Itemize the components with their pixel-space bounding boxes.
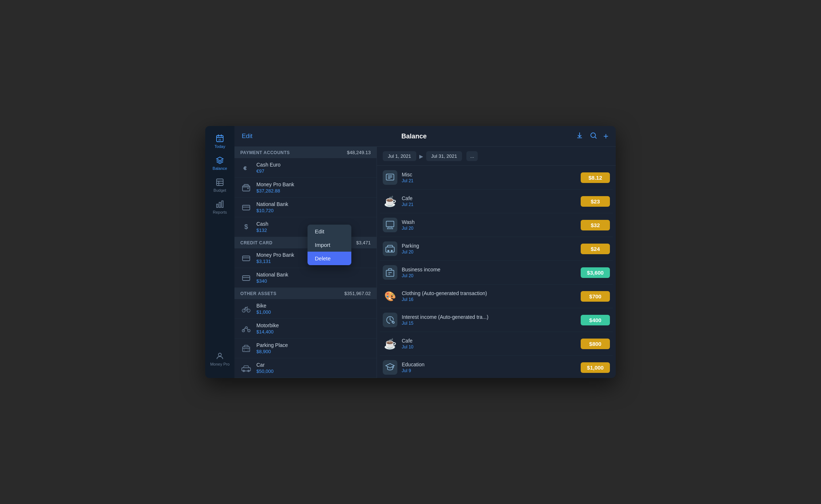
- svg-rect-19: [243, 256, 250, 261]
- car-icon: [240, 362, 252, 374]
- svg-text:€: €: [244, 165, 247, 171]
- page-title: Balance: [252, 133, 576, 140]
- business-amount: $3,600: [581, 267, 610, 278]
- sidebar-item-balance[interactable]: Balance: [205, 152, 234, 174]
- context-delete[interactable]: Delete: [308, 252, 351, 265]
- search-icon[interactable]: [589, 131, 597, 141]
- transaction-parking[interactable]: Parking Jul 20 $24: [380, 237, 613, 261]
- parking-date: Jul 20: [402, 249, 576, 255]
- add-icon[interactable]: +: [603, 131, 608, 141]
- context-edit[interactable]: Edit: [308, 225, 351, 238]
- svg-rect-44: [386, 247, 394, 252]
- svg-rect-11: [222, 201, 223, 207]
- wash-icon: [383, 218, 397, 232]
- bike-icon: [240, 303, 252, 315]
- transaction-interest[interactable]: Interest income (Auto-generated tra...) …: [380, 308, 613, 332]
- mpb-name: Money Pro Bank: [256, 182, 371, 187]
- svg-rect-9: [217, 204, 218, 207]
- account-motorbike[interactable]: Motorbike $14,400: [234, 319, 377, 339]
- parking-place-balance: $8,900: [256, 349, 371, 354]
- context-menu: Edit Import Delete: [308, 225, 351, 265]
- transaction-cafe2[interactable]: ☕ Cafe Jul 10 $800: [380, 332, 613, 356]
- education-amount: $1,000: [581, 362, 610, 373]
- dollar-icon: $: [240, 221, 252, 233]
- sidebar-label-reports: Reports: [213, 210, 227, 214]
- left-panel: PAYMENT ACCOUNTS $48,249.13 € Cash Euro …: [234, 147, 377, 378]
- parking-name: Parking: [402, 243, 576, 249]
- business-date: Jul 20: [402, 273, 576, 278]
- svg-rect-5: [217, 179, 223, 186]
- svg-rect-47: [386, 270, 394, 276]
- header-actions: +: [576, 131, 608, 141]
- transaction-clothing[interactable]: 🎨 Clothing (Auto-generated transaction) …: [380, 285, 613, 308]
- date-end-btn[interactable]: Jul 31, 2021: [426, 151, 462, 161]
- cafe1-date: Jul 21: [402, 202, 576, 207]
- transaction-education[interactable]: Education Jul 9 $1,000: [380, 356, 613, 378]
- credit-amount: $3,471: [356, 240, 371, 245]
- card-icon: [240, 202, 252, 213]
- account-parking-place[interactable]: Parking Place $8,900: [234, 339, 377, 358]
- more-options-btn[interactable]: ...: [466, 151, 478, 161]
- sidebar-label-balance: Balance: [213, 166, 227, 171]
- account-car[interactable]: Car $50,000: [234, 358, 377, 378]
- transaction-misc[interactable]: Misc Jul 21 $8.12: [380, 166, 613, 190]
- cafe-icon-2: ☕: [383, 336, 397, 351]
- sidebar-label-moneypro: Money Pro: [210, 362, 229, 366]
- cafe1-amount: $23: [581, 196, 610, 207]
- clothing-amount: $700: [581, 291, 610, 302]
- svg-point-12: [218, 353, 221, 356]
- app-window: 21 Today Balance Budget: [205, 126, 616, 378]
- account-money-pro-bank[interactable]: Money Pro Bank $37,282.88: [234, 178, 377, 198]
- motorbike-balance: $14,400: [256, 329, 371, 335]
- svg-point-25: [242, 329, 245, 332]
- edit-button[interactable]: Edit: [242, 133, 252, 140]
- parking-lot-icon: [240, 343, 252, 354]
- transaction-wash[interactable]: Wash Jul 20 $32: [380, 213, 613, 237]
- account-nb-credit[interactable]: National Bank $340: [234, 268, 377, 288]
- clothing-date: Jul 16: [402, 297, 576, 302]
- bike-name: Bike: [256, 303, 371, 309]
- header: Edit Balance +: [234, 126, 616, 147]
- mpb-balance: $37,282.88: [256, 188, 371, 194]
- account-bike[interactable]: Bike $1,000: [234, 299, 377, 319]
- assets-label: OTHER ASSETS: [240, 291, 276, 296]
- wallet-icon: [240, 182, 252, 194]
- svg-rect-17: [243, 205, 250, 210]
- misc-name: Misc: [402, 172, 576, 177]
- sidebar-item-reports[interactable]: Reports: [205, 196, 234, 218]
- context-import[interactable]: Import: [308, 238, 351, 252]
- sidebar-item-user[interactable]: Money Pro: [205, 348, 234, 370]
- cash-euro-name: Cash Euro: [256, 162, 371, 168]
- misc-date: Jul 21: [402, 178, 576, 183]
- car-name: Car: [256, 362, 371, 368]
- download-icon[interactable]: [576, 131, 584, 141]
- date-start-btn[interactable]: Jul 1, 2021: [383, 151, 416, 161]
- cafe-icon-1: ☕: [383, 194, 397, 209]
- clothing-name: Clothing (Auto-generated transaction): [402, 290, 576, 296]
- sidebar-item-budget[interactable]: Budget: [205, 174, 234, 196]
- assets-amount: $351,967.02: [344, 291, 371, 296]
- account-cash[interactable]: $ Cash $132 Edit Import Delete: [234, 217, 377, 237]
- svg-rect-38: [386, 221, 394, 227]
- svg-line-14: [595, 137, 596, 138]
- business-name: Business income: [402, 267, 576, 272]
- transaction-business[interactable]: Business income Jul 20 $3,600: [380, 261, 613, 285]
- cafe2-amount: $800: [581, 339, 610, 349]
- sidebar-label-today: Today: [214, 144, 225, 149]
- euro-icon: €: [240, 162, 252, 174]
- transaction-cafe1[interactable]: ☕ Cafe Jul 21 $23: [380, 190, 613, 213]
- svg-rect-10: [219, 202, 221, 207]
- cafe2-date: Jul 10: [402, 344, 576, 350]
- cafe2-name: Cafe: [402, 338, 576, 344]
- account-cash-euro[interactable]: € Cash Euro €97: [234, 158, 377, 178]
- interest-amount: $400: [581, 315, 610, 325]
- payment-amount: $48,249.13: [347, 150, 371, 155]
- account-mpb-credit[interactable]: Money Pro Bank $3,131: [234, 248, 377, 268]
- main-content: Edit Balance +: [234, 126, 616, 378]
- cafe1-name: Cafe: [402, 195, 576, 201]
- svg-rect-21: [243, 276, 250, 280]
- education-date: Jul 9: [402, 368, 576, 373]
- account-national-bank[interactable]: National Bank $10,720: [234, 198, 377, 217]
- parking-amount: $24: [581, 244, 610, 254]
- sidebar-item-today[interactable]: 21 Today: [205, 130, 234, 152]
